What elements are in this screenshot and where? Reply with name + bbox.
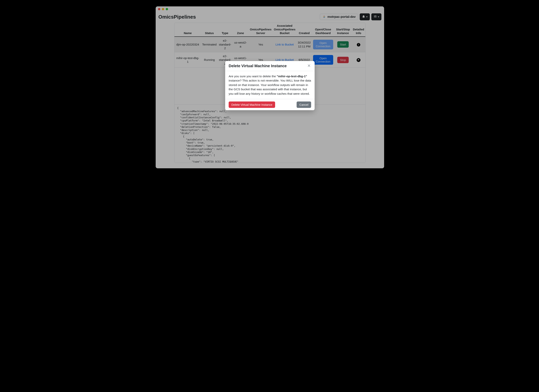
modal-body-post: instance? This action is not reversible.…: [229, 79, 311, 95]
modal-confirm-delete-button[interactable]: Delete Virtual Machine Instance: [229, 102, 275, 108]
modal-title: Delete Virtual Machine Instance: [229, 64, 287, 68]
modal-backdrop[interactable]: Delete Virtual Machine Instance Are you …: [156, 6, 384, 168]
modal-instance-name: "mihir-op-test-dbg-1": [277, 75, 307, 78]
app-window: OmicsPipelines motrpac-portal-dev: [156, 6, 384, 168]
delete-instance-modal: Delete Virtual Machine Instance Are you …: [225, 61, 315, 110]
modal-cancel-button[interactable]: Cancel: [297, 102, 311, 108]
modal-body-pre: Are you sure you want to delete the: [229, 75, 277, 78]
modal-close-button[interactable]: [307, 64, 311, 68]
close-icon: [308, 64, 311, 68]
modal-body: Are you sure you want to delete the "mih…: [225, 71, 315, 99]
